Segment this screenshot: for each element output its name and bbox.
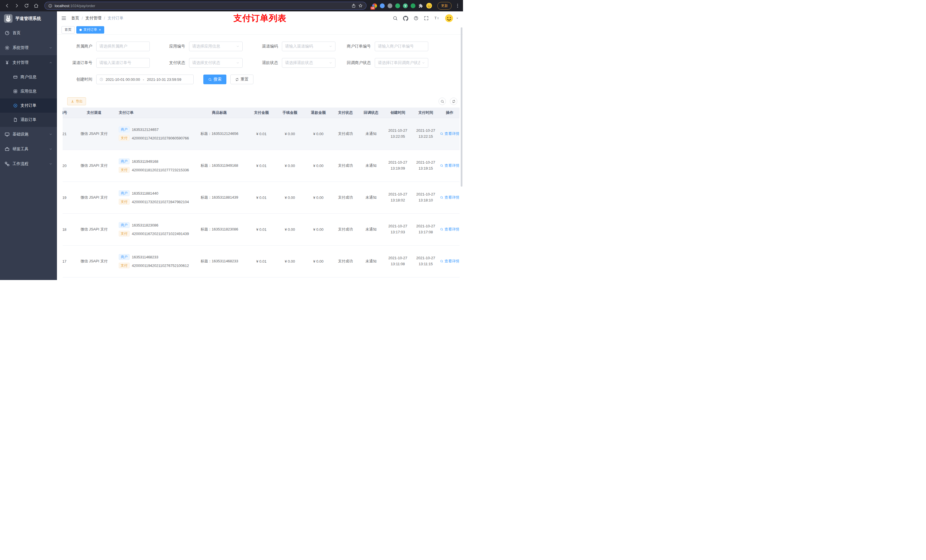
search-icon xyxy=(440,196,443,199)
sidebar-item-dev-tools[interactable]: 研发工具 xyxy=(0,142,57,157)
sidebar-item-label: 商户信息 xyxy=(21,74,52,80)
tab-home[interactable]: 首页 xyxy=(62,26,75,33)
forward-icon[interactable] xyxy=(12,2,21,10)
page-scrollbar[interactable] xyxy=(461,27,462,187)
action-cell: 查看详情 xyxy=(440,213,460,245)
tabs-bar: 首页支付订单× xyxy=(57,25,463,35)
time-text: 13:19:09 xyxy=(384,166,412,172)
pay-transaction-no: 4200001167202110271022491439 xyxy=(132,232,189,236)
user-avatar[interactable] xyxy=(445,14,453,23)
merchant-tag: 商户 xyxy=(119,190,130,196)
search-button[interactable]: 搜索 xyxy=(203,74,226,84)
pay-channel: 微信 JSAPI 支付 xyxy=(79,118,109,150)
sidebar-item-app-info[interactable]: 应用信息 xyxy=(0,84,57,98)
breadcrumb-item[interactable]: 支付管理 xyxy=(85,16,101,21)
product-title xyxy=(192,277,247,280)
filter-field-refund-status: 退款状态请选择退款状态 xyxy=(248,58,336,68)
site-info-icon[interactable] xyxy=(48,4,52,8)
sidebar-menu: 首页系统管理支付管理商户信息应用信息支付订单退款订单基础设施研发工具工作流程 xyxy=(0,26,57,171)
extension-icon[interactable]: V xyxy=(403,3,408,8)
pay-transaction-line: 支付4200001174202110278060590766 xyxy=(119,135,192,141)
create-time: 2021-10-2713:19:09 xyxy=(384,150,412,181)
merchant-tag: 商户 xyxy=(119,254,130,260)
placeholder-text: 请选择支付状态 xyxy=(192,60,235,65)
filter-notify-status-select[interactable]: 请选择订单回调商户状态 xyxy=(375,58,428,68)
search-icon xyxy=(440,228,443,231)
breadcrumb-item[interactable]: 首页 xyxy=(71,16,79,21)
table-row: 120微信 JSAPI 支付商户1635311949168支付420000118… xyxy=(63,150,460,181)
sidebar-item-label: 支付管理 xyxy=(12,60,46,65)
extensions-puzzle-icon[interactable] xyxy=(418,3,423,8)
sidebar-group-dev-tools: 研发工具 xyxy=(0,142,57,157)
extension-icon[interactable]: 10 xyxy=(372,3,377,8)
hamburger-icon[interactable] xyxy=(61,15,67,21)
help-icon[interactable] xyxy=(413,16,419,21)
sidebar-item-infrastructure[interactable]: 基础设施 xyxy=(0,127,57,142)
extension-icon[interactable] xyxy=(387,3,392,8)
create-time: 2021-10-2713:22:05 xyxy=(384,118,412,150)
filter-channel-code-select[interactable]: 请输入渠道编码 xyxy=(282,42,336,51)
tab-pay-order[interactable]: 支付订单× xyxy=(76,26,104,33)
browser-update-button[interactable]: 更新 xyxy=(437,2,452,10)
sidebar-group-workflow: 工作流程 xyxy=(0,157,57,171)
refresh-icon xyxy=(452,100,455,103)
github-icon[interactable] xyxy=(403,16,409,21)
view-detail-link[interactable]: 查看详情 xyxy=(440,259,459,264)
filter-refund-status-select[interactable]: 请选择退款状态 xyxy=(282,58,336,68)
sidebar-item-payment[interactable]: 支付管理 xyxy=(0,55,57,70)
date-text: 2021-10-27 xyxy=(412,192,440,198)
sidebar-item-pay-order[interactable]: 支付订单 xyxy=(0,98,57,113)
share-icon[interactable] xyxy=(351,3,356,8)
view-detail-link[interactable]: 查看详情 xyxy=(440,195,459,200)
sidebar-item-refund-order[interactable]: 退款订单 xyxy=(0,113,57,127)
pay-time xyxy=(412,277,440,280)
view-detail-link[interactable]: 查看详情 xyxy=(440,227,459,232)
date-text: 2021-10-27 xyxy=(384,128,412,134)
filter-pay-status-select[interactable]: 请选择支付状态 xyxy=(189,58,243,68)
time-text: 13:22:15 xyxy=(412,134,440,140)
tab-label: 首页 xyxy=(65,27,71,32)
home-icon[interactable] xyxy=(32,2,41,10)
merchant-order-line: 商户1635311949168 xyxy=(119,158,192,164)
extension-icon[interactable] xyxy=(380,3,385,8)
filter-label: 渠道编码 xyxy=(248,44,282,49)
export-button[interactable]: 导出 xyxy=(67,97,86,105)
font-size-icon[interactable]: TT xyxy=(434,15,440,21)
filter-app-no-select[interactable]: 请选择应用信息 xyxy=(189,42,243,51)
reset-button[interactable]: 重置 xyxy=(230,74,253,84)
time-text: 13:18:10 xyxy=(412,198,440,204)
filter-merchant-order-no-input[interactable]: 请输入商户订单编号 xyxy=(375,42,428,51)
browser-profile-avatar[interactable] xyxy=(426,3,432,9)
fullscreen-icon[interactable] xyxy=(424,16,429,21)
pay-status: 支付成功 xyxy=(333,213,358,245)
sidebar-item-workflow[interactable]: 工作流程 xyxy=(0,157,57,171)
chevron-down-icon[interactable] xyxy=(455,17,459,20)
filter-merchant-input[interactable]: 请选择所属商户 xyxy=(96,42,150,51)
address-bar[interactable]: localhost:1024/pay/order xyxy=(44,2,366,10)
view-detail-link[interactable]: 查看详情 xyxy=(440,163,459,168)
search-icon[interactable] xyxy=(393,16,398,21)
bookmark-star-icon[interactable] xyxy=(358,3,363,8)
tab-close-icon[interactable]: × xyxy=(99,28,101,32)
refresh-button[interactable] xyxy=(450,98,457,105)
back-icon[interactable] xyxy=(3,2,11,10)
dashboard-icon xyxy=(5,30,10,36)
sidebar-item-system[interactable]: 系统管理 xyxy=(0,41,57,55)
monitor-icon xyxy=(5,132,10,137)
view-detail-link[interactable]: 查看详情 xyxy=(440,131,459,136)
reload-icon[interactable] xyxy=(22,2,31,10)
date-separator: - xyxy=(143,77,144,82)
extension-icon[interactable] xyxy=(395,3,400,8)
extension-icon[interactable] xyxy=(411,3,415,8)
toolbox-icon xyxy=(5,146,10,152)
yen-icon xyxy=(5,60,10,65)
toggle-search-button[interactable] xyxy=(439,98,446,105)
filter-field-channel-order-no: 渠道订单号请输入渠道订单号 xyxy=(63,58,150,68)
filter-channel-order-no-input[interactable]: 请输入渠道订单号 xyxy=(96,58,150,68)
sidebar-item-merchant-info[interactable]: 商户信息 xyxy=(0,70,57,84)
create-time-range-input[interactable]: 2021-10-01 00:00:00-2021-10-31 23:59:59 xyxy=(96,74,194,84)
browser-menu-icon[interactable] xyxy=(455,3,460,8)
time-text: 13:17:08 xyxy=(412,229,440,235)
browser-chrome: localhost:1024/pay/order 10 V 更新 xyxy=(0,0,463,11)
sidebar-item-home[interactable]: 首页 xyxy=(0,26,57,41)
